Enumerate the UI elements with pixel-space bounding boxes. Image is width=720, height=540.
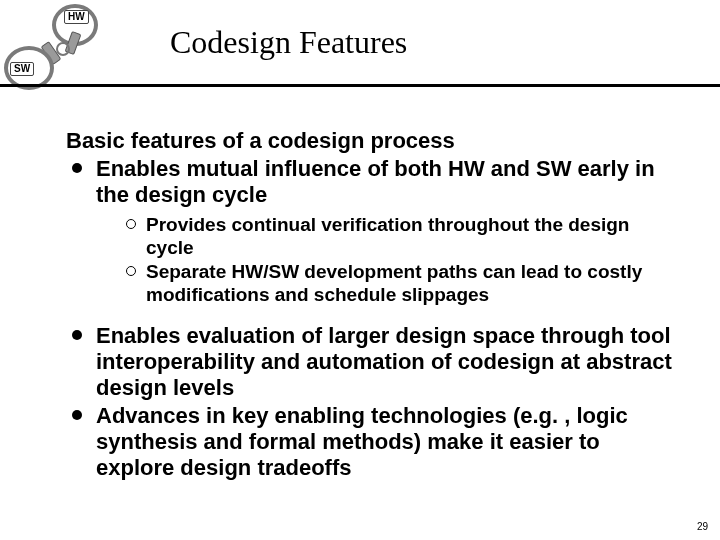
sub-bullet-item: Provides continual verification througho… bbox=[124, 214, 676, 260]
sub-bullet-item: Separate HW/SW development paths can lea… bbox=[124, 261, 676, 307]
bullet-text: Advances in key enabling technologies (e… bbox=[96, 403, 628, 480]
bullet-list: Enables evaluation of larger design spac… bbox=[66, 323, 676, 481]
page-number: 29 bbox=[697, 521, 708, 532]
slide: HW SW Codesign Features Basic features o… bbox=[0, 0, 720, 540]
bullet-text: Enables evaluation of larger design spac… bbox=[96, 323, 672, 400]
spacer bbox=[66, 311, 676, 321]
bullet-item: Enables mutual influence of both HW and … bbox=[66, 156, 676, 307]
bullet-item: Enables evaluation of larger design spac… bbox=[66, 323, 676, 401]
bullet-item: Advances in key enabling technologies (e… bbox=[66, 403, 676, 481]
handcuff-logo: HW SW bbox=[0, 2, 120, 92]
lead-text: Basic features of a codesign process bbox=[66, 128, 676, 154]
slide-title: Codesign Features bbox=[170, 24, 407, 61]
sub-bullet-text: Separate HW/SW development paths can lea… bbox=[146, 261, 642, 305]
cuff-sw-label: SW bbox=[10, 62, 34, 76]
slide-body: Basic features of a codesign process Ena… bbox=[66, 128, 676, 481]
bullet-text: Enables mutual influence of both HW and … bbox=[96, 156, 655, 207]
sub-bullet-list: Provides continual verification througho… bbox=[124, 214, 676, 307]
title-underline bbox=[0, 84, 720, 87]
bullet-list: Enables mutual influence of both HW and … bbox=[66, 156, 676, 307]
sub-bullet-text: Provides continual verification througho… bbox=[146, 214, 629, 258]
cuff-hw-label: HW bbox=[64, 10, 89, 24]
